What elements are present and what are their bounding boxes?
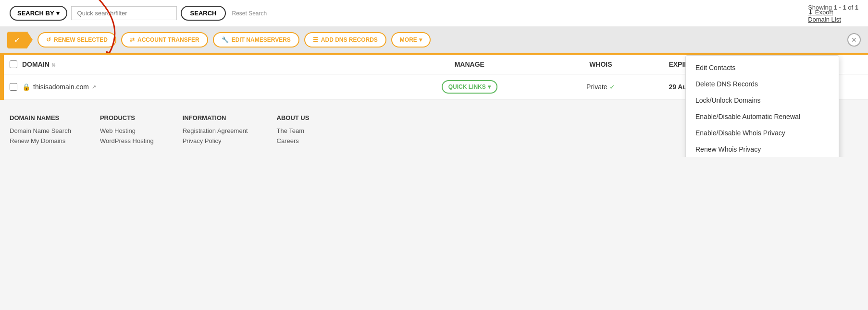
footer-link-renew-domains[interactable]: Renew My Domains — [10, 137, 71, 144]
footer-link-the-team[interactable]: The Team — [277, 127, 310, 134]
select-all-area: ✓ — [7, 31, 33, 48]
footer-domain-names-heading: DOMAIN NAMES — [10, 114, 71, 121]
quick-links-button[interactable]: QUICK LINKS ▾ — [442, 80, 497, 94]
reset-search-link[interactable]: Reset Search — [232, 10, 267, 17]
orange-tag — [0, 55, 4, 100]
footer-about-us: ABOUT US The Team Careers — [277, 114, 310, 147]
chevron-down-icon: ▾ — [56, 10, 60, 17]
search-bar: SEARCH BY ▾ SEARCH Reset Search ⬇ Export… — [0, 0, 868, 26]
footer-products-heading: PRODUCTS — [100, 114, 154, 121]
manage-cell: QUICK LINKS ▾ — [406, 80, 533, 94]
select-all-checkbox[interactable] — [10, 60, 17, 68]
footer-link-careers[interactable]: Careers — [277, 137, 310, 144]
footer-link-privacy-policy[interactable]: Privacy Policy — [183, 137, 248, 144]
footer-link-registration-agreement[interactable]: Registration Agreement — [183, 127, 248, 134]
footer-information-heading: INFORMATION — [183, 114, 248, 121]
chevron-down-icon: ▾ — [419, 36, 422, 43]
close-button[interactable]: ✕ — [847, 33, 861, 47]
footer-products: PRODUCTS Web Hosting WordPress Hosting — [100, 114, 154, 147]
dropdown-renew-whois[interactable]: Renew Whois Privacy — [686, 141, 839, 157]
action-toolbar: ✓ ↺ RENEW SELECTED ⇄ ACCOUNT TRANSFER 🔧 … — [0, 26, 868, 53]
lock-icon: 🔒 — [22, 83, 30, 91]
footer-domain-names: DOMAIN NAMES Domain Name Search Renew My… — [10, 114, 71, 147]
search-input[interactable] — [71, 6, 177, 20]
whois-cell: Private ✓ — [537, 83, 664, 91]
dropdown-enable-disable-whois[interactable]: Enable/Disable Whois Privacy — [686, 125, 839, 141]
dropdown-edit-contacts[interactable]: Edit Contacts — [686, 60, 839, 76]
more-dropdown-menu: Edit Contacts Delete DNS Records Lock/Un… — [685, 55, 839, 157]
footer-information: INFORMATION Registration Agreement Priva… — [183, 114, 248, 147]
search-button[interactable]: SEARCH — [181, 6, 226, 21]
more-button[interactable]: MORE ▾ — [391, 32, 431, 48]
sort-arrows[interactable]: ⇅ — [51, 62, 55, 68]
whois-column-header: WHOIS — [537, 60, 664, 68]
select-checkbox-button[interactable]: ✓ — [7, 32, 27, 48]
domain-name[interactable]: thisisadomain.com — [33, 83, 89, 91]
whois-check-icon: ✓ — [609, 83, 615, 91]
chevron-down-icon: ▾ — [488, 83, 491, 90]
domain-column-header: DOMAIN ⇅ — [22, 60, 401, 68]
transfer-icon: ⇄ — [130, 36, 135, 43]
export-domain-link[interactable]: ⬇ Export Domain List — [808, 9, 849, 23]
row-checkbox[interactable] — [10, 83, 17, 91]
arrow-indicator — [27, 31, 33, 48]
account-transfer-button[interactable]: ⇄ ACCOUNT TRANSFER — [121, 32, 208, 48]
dropdown-lock-unlock[interactable]: Lock/Unlock Domains — [686, 92, 839, 108]
wrench-icon: 🔧 — [222, 36, 229, 43]
search-by-button[interactable]: SEARCH BY ▾ — [10, 6, 67, 21]
check-icon: ✓ — [14, 36, 20, 45]
dns-icon: ☰ — [313, 36, 318, 43]
footer-link-domain-search[interactable]: Domain Name Search — [10, 127, 71, 134]
renew-icon: ↺ — [46, 36, 51, 43]
add-dns-button[interactable]: ☰ ADD DNS RECORDS — [304, 32, 386, 48]
footer-link-wordpress-hosting[interactable]: WordPress Hosting — [100, 137, 154, 144]
page-wrapper: SEARCH BY ▾ SEARCH Reset Search ⬇ Export… — [0, 0, 868, 157]
search-by-label: SEARCH BY — [17, 10, 54, 17]
download-icon: ⬇ — [808, 9, 815, 16]
renew-selected-button[interactable]: ↺ RENEW SELECTED — [37, 32, 116, 48]
close-icon: ✕ — [851, 36, 857, 44]
footer-about-us-heading: ABOUT US — [277, 114, 310, 121]
edit-nameservers-button[interactable]: 🔧 EDIT NAMESERVERS — [213, 32, 299, 48]
dropdown-enable-disable-renewal[interactable]: Enable/Disable Automatic Renewal — [686, 108, 839, 125]
toolbar-wrapper: ✓ ↺ RENEW SELECTED ⇄ ACCOUNT TRANSFER 🔧 … — [0, 26, 868, 53]
external-link-icon[interactable]: ↗ — [92, 84, 96, 90]
dropdown-delete-dns[interactable]: Delete DNS Records — [686, 76, 839, 92]
manage-column-header: MANAGE — [406, 60, 533, 68]
domain-cell: 🔒 thisisadomain.com ↗ — [22, 83, 401, 91]
footer-link-web-hosting[interactable]: Web Hosting — [100, 127, 154, 134]
search-button-label: SEARCH — [190, 10, 217, 17]
